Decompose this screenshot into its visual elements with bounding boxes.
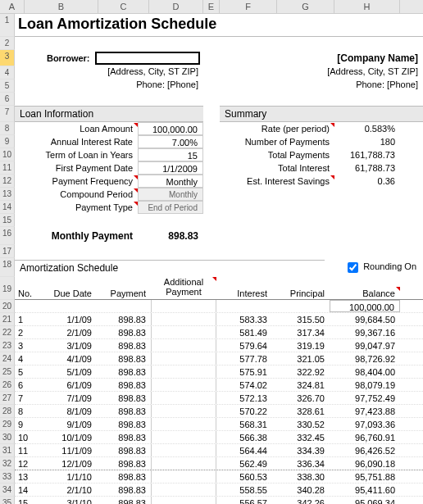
cell-principal[interactable]: 330.52 [272, 418, 330, 430]
row-number[interactable]: 6 [0, 93, 15, 106]
column-header[interactable]: H [334, 0, 400, 13]
cell-no[interactable]: 12 [15, 457, 39, 470]
cell-due[interactable]: 4/1/09 [39, 352, 97, 365]
cell-principal[interactable]: 334.39 [272, 444, 330, 456]
cell-principal[interactable]: 315.50 [272, 313, 330, 325]
cell-balance[interactable]: 99,047.97 [330, 339, 400, 352]
row-number[interactable]: 8 [0, 122, 15, 135]
cell-due[interactable]: 6/1/09 [39, 379, 97, 391]
row-number[interactable]: 31 [0, 444, 15, 457]
row-number[interactable]: 25 [0, 366, 15, 379]
cell-additional[interactable] [151, 313, 216, 325]
cell-due[interactable]: 1/1/09 [39, 313, 97, 325]
cell-no[interactable]: 2 [15, 326, 39, 338]
cell-due[interactable]: 2/1/10 [39, 484, 97, 496]
cell-balance[interactable]: 95,411.60 [330, 484, 400, 496]
cell-interest[interactable]: 572.13 [216, 392, 272, 404]
cell-balance[interactable]: 98,079.19 [330, 379, 400, 391]
cell-payment[interactable]: 898.83 [97, 497, 151, 504]
row-number[interactable]: 1 [0, 14, 15, 37]
cell-principal[interactable]: 342.26 [272, 497, 330, 504]
cell-payment[interactable]: 898.83 [97, 392, 151, 404]
cell-interest[interactable]: 581.49 [216, 326, 272, 338]
cell-balance[interactable]: 99,367.16 [330, 326, 400, 338]
cell-balance[interactable]: 97,093.36 [330, 418, 400, 430]
cell-no[interactable]: 9 [15, 418, 39, 430]
cell-additional[interactable] [151, 431, 216, 443]
cell-payment[interactable]: 898.83 [97, 444, 151, 456]
cell-interest[interactable]: 568.31 [216, 418, 272, 430]
cell-interest[interactable]: 560.53 [216, 470, 272, 483]
cell-payment[interactable]: 898.83 [97, 352, 151, 365]
row-number[interactable]: 20 [0, 300, 15, 313]
cell-payment[interactable]: 898.83 [97, 326, 151, 338]
column-header[interactable]: E [203, 0, 220, 13]
cell-balance[interactable]: 96,090.18 [330, 457, 400, 470]
row-number[interactable]: 18 [0, 258, 15, 277]
cell-balance[interactable]: 95,751.88 [330, 470, 400, 483]
cell-interest[interactable]: 564.44 [216, 444, 272, 456]
cell-balance[interactable]: 96,760.91 [330, 431, 400, 443]
cell-principal[interactable]: 321.05 [272, 352, 330, 365]
row-number[interactable]: 33 [0, 470, 15, 484]
column-header[interactable]: F [220, 0, 277, 13]
cell-due[interactable]: 1/1/10 [39, 470, 97, 483]
cell-additional[interactable] [151, 484, 216, 496]
row-number[interactable]: 27 [0, 392, 15, 405]
cell-due[interactable]: 5/1/09 [39, 366, 97, 378]
row-number[interactable]: 7 [0, 106, 15, 122]
cell-interest[interactable]: 570.22 [216, 405, 272, 417]
row-number[interactable]: 32 [0, 457, 15, 470]
annual-rate-value[interactable]: 7.00% [138, 135, 203, 148]
row-number[interactable]: 22 [0, 326, 15, 339]
row-number[interactable]: 21 [0, 313, 15, 326]
row-number[interactable]: 26 [0, 379, 15, 392]
cell-interest[interactable]: 558.55 [216, 484, 272, 496]
row-number[interactable]: 9 [0, 135, 15, 148]
cell-additional[interactable] [151, 392, 216, 404]
row-number[interactable]: 29 [0, 418, 15, 431]
cell-principal[interactable]: 328.61 [272, 405, 330, 417]
cell-additional[interactable] [151, 444, 216, 456]
cell-payment[interactable]: 898.83 [97, 313, 151, 325]
row-number[interactable]: 3 [0, 50, 15, 66]
cell-balance[interactable]: 98,404.00 [330, 366, 400, 378]
cell-balance[interactable]: 98,726.92 [330, 352, 400, 365]
term-value[interactable]: 15 [138, 148, 203, 161]
column-header[interactable]: C [98, 0, 149, 13]
row-number[interactable]: 30 [0, 431, 15, 444]
row-number[interactable]: 2 [0, 37, 15, 50]
cell-principal[interactable]: 322.92 [272, 366, 330, 378]
cell-due[interactable]: 3/1/09 [39, 339, 97, 352]
rounding-checkbox[interactable] [348, 262, 358, 273]
cell-interest[interactable]: 579.64 [216, 339, 272, 352]
cell-payment[interactable]: 898.83 [97, 457, 151, 470]
cell-principal[interactable]: 340.28 [272, 484, 330, 496]
cell-payment[interactable]: 898.83 [97, 484, 151, 496]
cell-no[interactable]: 15 [15, 497, 39, 504]
cell-additional[interactable] [151, 379, 216, 391]
cell-interest[interactable]: 566.38 [216, 431, 272, 443]
row-number[interactable]: 15 [0, 214, 15, 227]
cell-payment[interactable]: 898.83 [97, 470, 151, 483]
loan-amount-value[interactable]: 100,000.00 [138, 122, 203, 135]
cell-additional[interactable] [151, 418, 216, 430]
row-number[interactable]: 5 [0, 79, 15, 93]
cell-additional[interactable] [151, 352, 216, 365]
cell-balance[interactable]: 95,069.34 [330, 497, 400, 504]
cell-additional[interactable] [151, 405, 216, 417]
column-header[interactable]: D [149, 0, 203, 13]
freq-value[interactable]: Monthly [138, 175, 203, 188]
cell-principal[interactable]: 336.34 [272, 457, 330, 470]
row-number[interactable]: 11 [0, 161, 15, 175]
cell-payment[interactable]: 898.83 [97, 379, 151, 391]
cell-payment[interactable]: 898.83 [97, 405, 151, 417]
row-number[interactable]: 34 [0, 484, 15, 497]
cell-no[interactable]: 11 [15, 444, 39, 456]
borrower-input[interactable] [95, 52, 200, 65]
cell-interest[interactable]: 556.57 [216, 497, 272, 504]
cell-principal[interactable]: 324.81 [272, 379, 330, 391]
cell-no[interactable]: 14 [15, 484, 39, 496]
cell-due[interactable]: 2/1/09 [39, 326, 97, 338]
row-number[interactable]: 17 [0, 245, 15, 258]
